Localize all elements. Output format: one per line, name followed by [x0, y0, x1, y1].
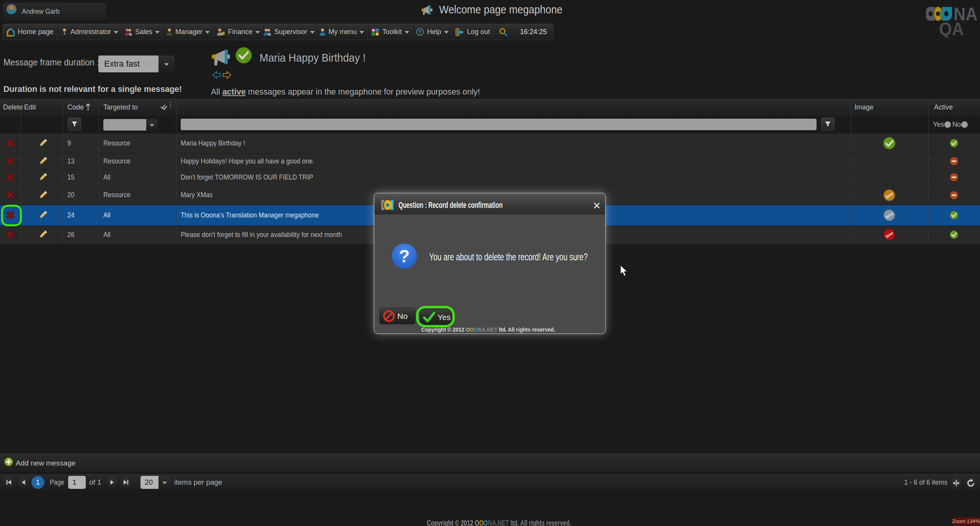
svg-text:?: ? [419, 29, 422, 35]
svg-text:QA: QA [939, 19, 964, 38]
